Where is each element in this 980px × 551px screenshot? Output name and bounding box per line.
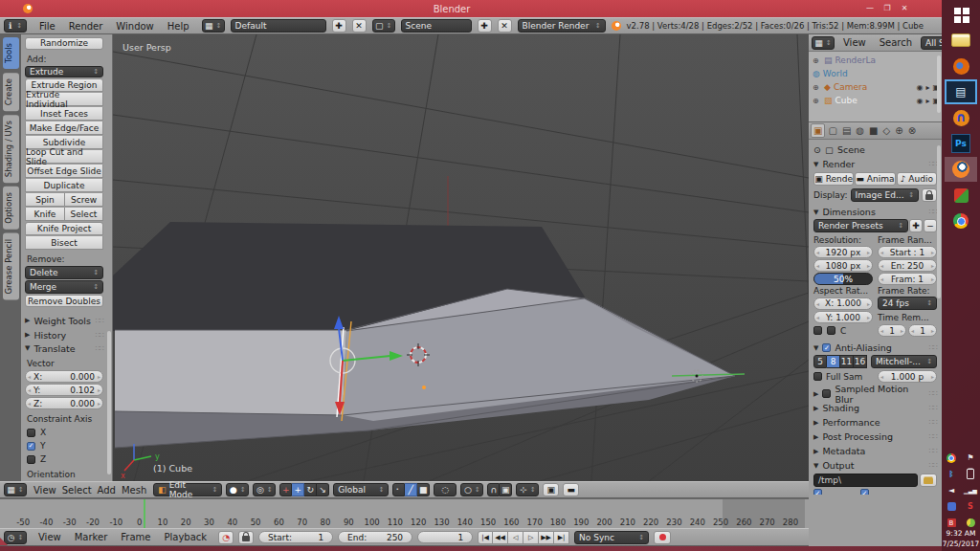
render-presets-select[interactable]: Render Presets↕ [813,219,908,232]
tool-shelf-scrollbar[interactable] [107,331,111,474]
taskbar-app-icon[interactable] [945,2,977,27]
mesh-tool-button[interactable]: Knife [25,208,64,221]
resolution-y-field[interactable]: 1080 px [813,259,873,272]
screen-layout-icon[interactable]: ▦↕ [202,19,225,33]
properties-tab[interactable]: ⊗ [906,124,918,137]
tray-icon[interactable] [966,469,976,479]
tray-icon[interactable]: ⚑ [966,452,976,463]
tool-shelf-tab[interactable]: Shading / UVs [3,115,19,183]
preview-range-clock-icon[interactable]: ◔ [218,531,234,544]
collapsed-panel-header[interactable]: ▶History∷∷ [25,328,103,342]
outliner-item[interactable]: ◍ World [813,67,940,80]
time-remap-old-field[interactable]: 1 [878,324,906,337]
tray-icon[interactable]: ◄ [947,485,957,496]
playback-button[interactable]: ◁ [508,531,523,544]
mesh-tool-button[interactable]: Loop Cut and Slide [25,150,103,164]
translate-manipulator-button[interactable]: + [292,483,304,496]
add-preset-button[interactable]: ✚ [909,219,923,232]
opengl-render-animation-button[interactable]: ▬ [563,483,579,496]
time-remap-new-field[interactable]: 1 [908,324,937,337]
remove-dropdown[interactable]: Delete↕ [25,266,103,279]
aa-samples-button[interactable]: 8 [827,355,840,368]
frame-rate-select[interactable]: 24 fps↕ [878,297,937,310]
scene-name[interactable]: Scene [401,19,472,33]
outliner-item[interactable]: ⊕ ▧ Cube ◉ ▸ ▣ [813,94,940,107]
render-panel-header[interactable]: ▼Render∷∷ [813,157,937,171]
vector-field[interactable]: X:0.000 [25,370,103,383]
taskbar-app-icon[interactable] [945,28,977,53]
properties-tab[interactable]: ▤ [840,124,853,137]
auto-keyframe-record-button[interactable] [654,531,671,544]
aa-samples-button[interactable]: 5 [813,355,827,368]
render-display-select[interactable]: Image Ed...↕ [851,188,919,202]
collapsed-panel-header[interactable]: ▶Sampled Motion Blur∷∷ [813,386,937,401]
menu-item[interactable]: Marker [68,532,115,542]
taskbar-app-icon[interactable] [945,105,977,130]
menu-item[interactable]: Help [161,21,196,32]
menu-item[interactable]: Window [109,21,160,32]
antialiasing-panel-header[interactable]: ▼✓Anti-Aliasing∷∷ [813,341,937,355]
tool-shelf-tab[interactable]: Options [3,187,19,230]
outliner-scrollbar[interactable] [937,55,941,113]
frame-step-field[interactable]: Fram: 1 [878,273,937,285]
remove-dropdown[interactable]: Merge↕ [25,280,103,294]
menu-item[interactable]: View [32,532,68,542]
taskbar-app-icon[interactable]: Ps [951,134,970,153]
overwrite-checkbox[interactable]: ✓ [813,489,822,495]
rotate-manipulator-button[interactable]: ↻ [304,483,317,496]
randomize-button[interactable]: Randomize [25,37,103,50]
editor-type-info[interactable]: ℹ↕ [4,19,27,33]
sync-mode-select[interactable]: No Sync↕ [574,531,649,544]
aa-filter-select[interactable]: Mitchell-...↕ [871,355,937,368]
face-select-mode-button[interactable]: ■ [417,483,430,496]
full-sample-checkbox[interactable] [813,372,822,381]
occlude-geometry-button[interactable]: ◌ [434,483,457,496]
mesh-tool-button[interactable]: Spin [25,193,64,207]
editor-type-outliner[interactable]: ▦↕ [812,36,835,50]
remove-preset-button[interactable]: − [924,219,937,232]
current-frame-indicator[interactable] [144,499,145,528]
close-button[interactable]: ✕ [896,0,913,17]
aspect-x-field[interactable]: X: 1.000 [813,298,873,310]
scale-manipulator-button[interactable]: ↘ [317,483,329,496]
playback-button[interactable]: ▶| [554,531,569,544]
output-panel-header[interactable]: ▼Output∷∷ [813,458,937,473]
taskbar-app-icon[interactable] [945,183,977,208]
visibility-eye-icon[interactable]: ◉ [916,97,923,105]
properties-tab[interactable]: ◇ [881,124,893,137]
properties-tab[interactable]: ▣ [811,123,825,138]
collapsed-panel-header[interactable]: ▶Weight Tools∷∷ [25,314,103,328]
properties-tab[interactable]: ◍ [854,124,866,137]
playback-button[interactable]: ▷ [523,531,539,544]
tray-icon[interactable]: ▁▃▅ [966,485,976,496]
editor-type-timeline[interactable]: ◷↕ [4,531,27,544]
menu-item[interactable]: Playback [157,532,213,542]
constraint-axis-checkbox[interactable]: ✓Y [27,439,103,452]
tray-icon[interactable] [947,501,957,512]
tool-shelf-tab[interactable]: Tools [3,37,19,69]
playback-button[interactable]: ▶▶ [539,531,554,544]
selectability-icon[interactable]: ▸ [925,83,929,92]
properties-tab[interactable]: ■ [867,124,880,137]
snap-element-select[interactable]: ▣ [500,483,512,496]
antialiasing-checkbox[interactable]: ✓ [822,343,831,352]
frame-end-field[interactable]: En: 250 [878,259,937,272]
pivot-point-select[interactable]: ◎↕ [253,483,276,496]
crop-checkbox[interactable] [827,326,835,335]
resolution-percentage-slider[interactable]: 50% [813,273,873,285]
taskbar-app-icon[interactable] [945,79,977,104]
edge-select-mode-button[interactable]: ╱ [405,483,417,496]
tray-icon[interactable] [947,518,957,528]
render-action-button[interactable]: ♪ Audio [897,172,937,186]
maximize-button[interactable]: ❐ [879,0,896,17]
collapsed-panel-header[interactable]: ▶Metadata∷∷ [813,444,937,458]
mode-select[interactable]: ◧ Edit Mode↕ [153,483,222,496]
proportional-edit-select[interactable]: ○↕ [460,483,483,496]
menu-item[interactable]: Search [873,37,919,48]
mesh-tool-button[interactable]: Inset Faces [25,107,103,121]
delete-scene-button[interactable]: ✕ [498,19,512,33]
menu-item[interactable]: Mesh [119,485,149,496]
expander-icon[interactable]: ⊕ [813,83,821,92]
tray-icon[interactable] [966,518,976,528]
viewport-3d[interactable]: y x User Persp (1) Cube [113,34,809,481]
